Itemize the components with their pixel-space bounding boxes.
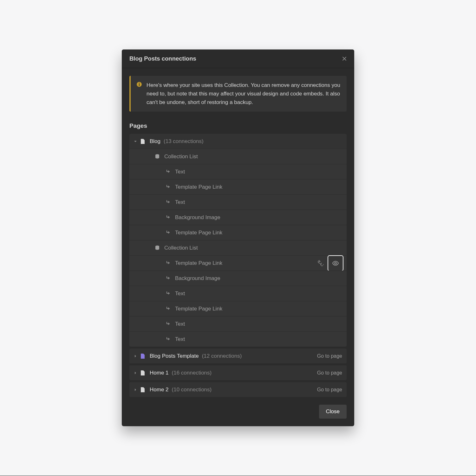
database-icon <box>155 154 160 160</box>
page-children: Collection ListTextTemplate Page LinkTex… <box>129 149 347 347</box>
binding-row[interactable]: Text <box>129 164 347 179</box>
page-head[interactable]: Home 2(10 connections)Go to page <box>129 382 347 397</box>
page-icon <box>140 387 146 393</box>
child-label: Collection List <box>164 153 198 160</box>
info-banner: Here's where your site uses this Collect… <box>129 76 347 112</box>
panel-footer: Close <box>129 405 347 419</box>
binding-row[interactable]: Text <box>129 286 347 301</box>
page-name: Home 2 <box>150 387 169 393</box>
chevron-down-icon[interactable] <box>133 139 138 144</box>
binding-row[interactable]: Background Image <box>129 271 347 286</box>
panel-body: Here's where your site uses this Collect… <box>122 68 354 427</box>
section-title-pages: Pages <box>129 122 347 129</box>
child-label: Template Page Link <box>175 260 222 266</box>
chevron-right-icon[interactable] <box>133 371 138 375</box>
svg-point-5 <box>335 262 336 264</box>
collection-list-row[interactable]: Collection List <box>129 240 347 255</box>
go-to-page-link[interactable]: Go to page <box>317 353 343 359</box>
child-label: Collection List <box>164 245 198 251</box>
binding-arrow-icon <box>166 199 171 205</box>
child-label: Text <box>175 199 185 205</box>
unlink-icon[interactable] <box>317 259 324 267</box>
binding-arrow-icon <box>166 336 171 342</box>
binding-arrow-icon <box>166 291 171 297</box>
close-button[interactable]: Close <box>319 405 347 419</box>
chevron-right-icon[interactable] <box>133 388 138 392</box>
close-icon[interactable] <box>342 56 347 62</box>
chevron-right-icon[interactable] <box>133 354 138 358</box>
page-name: Home 1 <box>150 370 169 376</box>
page-row: Blog(13 connections)Collection ListTextT… <box>129 134 347 347</box>
child-label: Template Page Link <box>175 306 222 312</box>
binding-row[interactable]: Text <box>129 194 347 210</box>
row-actions <box>317 255 343 271</box>
child-label: Template Page Link <box>175 184 222 190</box>
page-row: Blog Posts Template(12 connections)Go to… <box>129 349 347 363</box>
child-label: Background Image <box>175 275 220 282</box>
panel-header: Blog Posts connections <box>122 49 354 68</box>
pages-tree: Blog(13 connections)Collection ListTextT… <box>129 134 347 397</box>
page-name: Blog <box>150 138 160 145</box>
child-label: Text <box>175 169 185 175</box>
database-icon <box>155 245 160 251</box>
page-row: Home 1(16 connections)Go to page <box>129 365 347 380</box>
child-label: Text <box>175 321 185 327</box>
panel-title: Blog Posts connections <box>129 55 196 62</box>
info-icon <box>136 82 142 87</box>
binding-arrow-icon <box>166 321 171 327</box>
binding-row[interactable]: Text <box>129 331 347 347</box>
svg-rect-1 <box>139 84 140 86</box>
binding-arrow-icon <box>166 276 171 281</box>
page-connection-count: (13 connections) <box>164 138 204 145</box>
binding-arrow-icon <box>166 169 171 175</box>
binding-row[interactable]: Template Page Link <box>129 225 347 240</box>
preview-icon[interactable] <box>328 255 343 271</box>
page-connection-count: (10 connections) <box>172 387 212 393</box>
binding-row[interactable]: Text <box>129 316 347 331</box>
page-connection-count: (16 connections) <box>172 370 212 376</box>
child-label: Background Image <box>175 214 220 221</box>
binding-row[interactable]: Template Page Link <box>129 179 347 194</box>
binding-row[interactable]: Template Page Link <box>129 255 347 271</box>
page-head[interactable]: Home 1(16 connections)Go to page <box>129 365 347 380</box>
page-icon <box>140 353 146 359</box>
page-name: Blog Posts Template <box>150 353 199 359</box>
binding-arrow-icon <box>166 184 171 190</box>
binding-row[interactable]: Background Image <box>129 210 347 225</box>
binding-row[interactable]: Template Page Link <box>129 301 347 316</box>
page-row: Home 2(10 connections)Go to page <box>129 382 347 397</box>
go-to-page-link[interactable]: Go to page <box>317 387 343 393</box>
binding-arrow-icon <box>166 230 171 236</box>
child-label: Template Page Link <box>175 230 222 236</box>
page-connection-count: (12 connections) <box>202 353 242 359</box>
connections-panel: Blog Posts connections Here's where your… <box>122 49 354 427</box>
collection-list-row[interactable]: Collection List <box>129 149 347 164</box>
binding-arrow-icon <box>166 215 171 220</box>
binding-arrow-icon <box>166 260 171 266</box>
info-text: Here's where your site uses this Collect… <box>147 81 341 107</box>
binding-arrow-icon <box>166 306 171 312</box>
page-head[interactable]: Blog(13 connections) <box>129 134 347 149</box>
page-icon <box>140 370 146 376</box>
child-label: Text <box>175 336 185 342</box>
svg-point-2 <box>139 83 140 83</box>
child-label: Text <box>175 290 185 297</box>
page-head[interactable]: Blog Posts Template(12 connections)Go to… <box>129 349 347 363</box>
page-icon <box>140 139 146 144</box>
go-to-page-link[interactable]: Go to page <box>317 370 343 376</box>
